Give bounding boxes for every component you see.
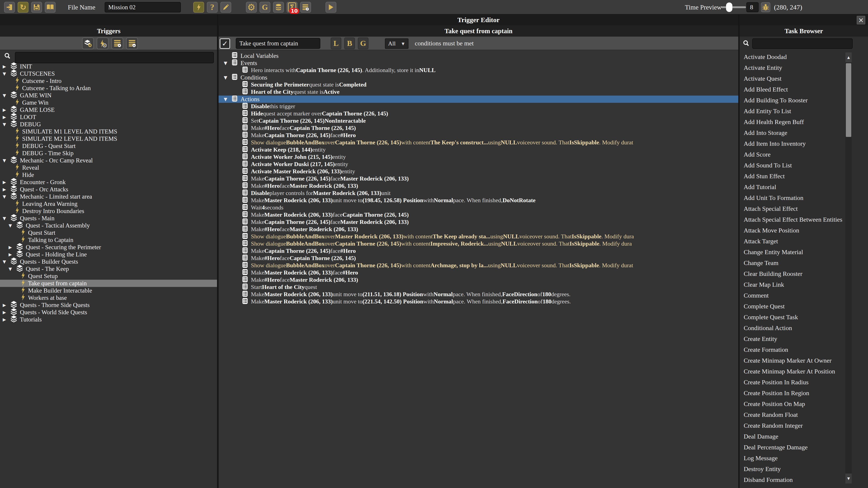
expand-arrow-icon[interactable]: ▶ [3,317,10,322]
tree-trigger[interactable]: Talking to Captain [0,236,217,243]
expand-arrow-icon[interactable]: ▶ [3,115,10,120]
task-item[interactable]: Add Sound To List [740,160,844,171]
tree-folder[interactable]: ▼CUTSCENES [0,70,217,77]
trigger-section-row[interactable]: ▼Actions [219,96,739,103]
collapse-arrow-icon[interactable]: ▼ [224,75,232,80]
task-search-input[interactable] [752,38,852,49]
tree-folder[interactable]: ▶INIT [0,63,217,70]
book-button[interactable] [45,2,56,13]
tree-folder[interactable]: ▼Mechanic - Orc Camp Reveal [0,157,217,164]
task-item[interactable]: Disband Formation [740,475,844,485]
trigger-section-row[interactable]: ▼Conditions [219,74,739,81]
add-folder-button[interactable] [82,37,94,49]
flag-button-b[interactable]: B [344,37,355,49]
flag-button-l[interactable]: L [331,37,341,49]
expand-arrow-icon[interactable]: ▶ [3,107,10,112]
trigger-action-row[interactable]: Activate Worker John (215, 145) entity [219,153,739,161]
task-item[interactable]: Add Item Into Inventory [740,138,844,149]
trigger-action-row[interactable]: Make Captain Thorne (226, 145) face Mast… [219,219,739,226]
collapse-arrow-icon[interactable]: ▼ [3,194,10,199]
time-value-field[interactable]: 8 [746,2,758,12]
scrollbar-thumb[interactable] [846,63,851,137]
bug-button[interactable] [761,2,770,12]
tree-trigger[interactable]: Take quest from captain [0,280,217,287]
flag-button-g[interactable]: G [358,37,368,49]
expand-arrow-icon[interactable]: ▶ [3,180,10,185]
tree-folder[interactable]: ▼Mechanic - Limited start area [0,193,217,200]
trigger-enabled-checkbox[interactable]: ✓ [220,38,230,49]
trigger-action-row[interactable]: Make #Hero face Master Roderick (206, 13… [219,226,739,233]
tree-folder[interactable]: ▼Quests - Main [0,215,217,222]
collapse-arrow-icon[interactable]: ▼ [8,266,16,271]
tree-trigger[interactable]: Quest Setup [0,272,217,280]
layers-button[interactable] [273,2,284,13]
trigger-action-row[interactable]: Show dialogue BubbleAndBox over Captain … [219,240,739,248]
task-item[interactable]: Clear Map Link [740,279,844,290]
scroll-down-icon[interactable]: ▼ [845,474,852,484]
task-item[interactable]: Deal Damage [740,431,844,442]
task-item[interactable]: Attach Special Effect Between Entities [740,214,844,225]
tree-trigger[interactable]: Reveal [0,164,217,171]
help-button[interactable]: ? [207,2,218,13]
task-item[interactable]: Add Score [740,149,844,160]
collapse-arrow-icon[interactable]: ▼ [3,93,10,98]
task-item[interactable]: Comment [740,290,844,301]
close-button[interactable]: × [857,16,865,24]
tree-trigger[interactable]: DEBUG - Time Skip [0,150,217,157]
trigger-section-row[interactable]: Local Variables [219,52,739,59]
trigger-name-input[interactable] [236,38,320,49]
collapse-arrow-icon[interactable]: ▼ [3,259,10,264]
expand-arrow-icon[interactable]: ▶ [3,302,10,307]
trigger-action-row[interactable]: Make #Hero face Master Roderick (206, 13… [219,182,739,190]
file-name-input[interactable] [105,2,181,12]
pen-button[interactable] [220,2,231,13]
trigger-action-row[interactable]: Heart of the City quest state is Active [219,88,739,96]
task-item[interactable]: Activate Quest [740,73,844,84]
task-item[interactable]: Add Building To Rooster [740,95,844,106]
tree-folder[interactable]: ▼GAME WIN [0,92,217,99]
collapse-arrow-icon[interactable]: ▼ [224,96,232,102]
task-item[interactable]: Activate Entity [740,62,844,73]
trigger-action-row[interactable]: Disable player controls for Master Roder… [219,190,739,197]
trigger-action-row[interactable]: Show dialogue BubbleAndBox over Captain … [219,262,739,269]
task-item[interactable]: Create Random Integer [740,420,844,431]
collapse-arrow-icon[interactable]: ▼ [8,223,16,228]
task-item[interactable]: Deal Percentage Damage [740,442,844,453]
task-item[interactable]: Activate Doodad [740,52,844,62]
task-item[interactable]: Create Position In Region [740,388,844,398]
trigger-action-row[interactable]: Make Captain Thorne (226, 145) face Mast… [219,175,739,182]
panel-divider-left[interactable] [217,14,218,488]
expand-arrow-icon[interactable]: ▶ [3,310,10,315]
expand-arrow-icon[interactable]: ▶ [8,245,16,250]
task-item[interactable]: Create Formation [740,344,844,355]
collapse-all-button[interactable] [126,37,138,49]
panel-divider-right[interactable] [738,14,739,488]
trigger-action-row[interactable]: Activate Master Roderick (206, 133) enti… [219,168,739,175]
tree-trigger[interactable]: Cutscene - Talking to Ardan [0,85,217,92]
expand-arrow-icon[interactable]: ▶ [3,187,10,192]
tree-trigger[interactable]: Destroy Intro Boundaries [0,207,217,215]
tree-trigger[interactable]: SIMULATE M2 LEVEL AND ITEMS [0,135,217,142]
tree-trigger[interactable]: Workers at base [0,294,217,301]
tree-folder[interactable]: ▶LOOT [0,113,217,121]
trigger-action-row[interactable]: Make Master Roderick (206, 133) face #He… [219,269,739,276]
tree-folder[interactable]: ▶Quest - Securing the Perimeter [0,243,217,251]
collapse-arrow-icon[interactable]: ▼ [224,60,232,66]
tree-trigger[interactable]: Leaving Area Warning [0,200,217,207]
task-item[interactable]: Add Bleed Effect [740,84,844,95]
trigger-action-row[interactable]: Show dialogue BubbleAndBox over Master R… [219,233,739,240]
tree-trigger[interactable]: Game Win [0,99,217,106]
collapse-arrow-icon[interactable]: ▼ [3,216,10,221]
task-item[interactable]: Attack Target [740,236,844,247]
trigger-action-row[interactable]: Hide quest accept marker over Captain Th… [219,110,739,117]
tree-folder[interactable]: ▶Quest - Holding the Line [0,251,217,258]
task-item[interactable]: Create Position In Radius [740,377,844,388]
trigger-action-row[interactable]: Make Master Roderick (206, 133) unit mov… [219,298,739,305]
task-item[interactable]: Change Team [740,258,844,268]
task-item[interactable]: Create Minimap Marker At Position [740,366,844,377]
trigger-action-row[interactable]: Disable this trigger [219,103,739,110]
task-item[interactable]: Add Stun Effect [740,171,844,182]
collapse-arrow-icon[interactable]: ▼ [3,71,10,76]
sigma-button[interactable]: Σ10 [287,2,298,13]
tree-trigger[interactable]: Quest Start [0,229,217,236]
